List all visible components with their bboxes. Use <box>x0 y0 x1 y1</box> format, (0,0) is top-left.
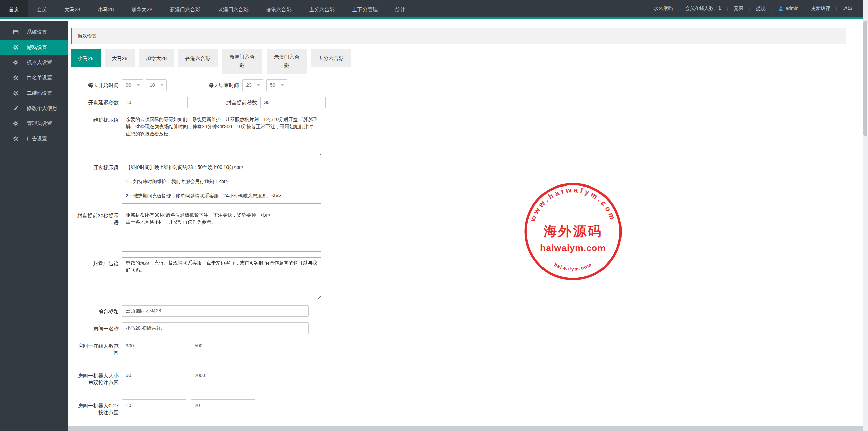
horizontal-scrollbar[interactable] <box>68 426 863 431</box>
recharge-link[interactable]: 充值 <box>734 5 743 12</box>
tab-hongkong[interactable]: 香港六合彩 <box>178 49 218 67</box>
room1-robot-027-label: 房间一机器人0-27投注范围 <box>75 402 119 416</box>
sidebar-item-edit-profile[interactable]: 修改个人信息 <box>0 101 68 116</box>
tab-canada28[interactable]: 加拿大28 <box>139 49 174 67</box>
end-time-label: 每天结束时间 <box>195 82 239 89</box>
online-count-status: 会员在线人数：1 <box>685 5 721 12</box>
room1-robot-bet-label: 房间一机器人大小单双投注范围 <box>75 372 119 386</box>
sidebar-item-label: 白名单设置 <box>27 75 52 81</box>
room1-robot-027-min-input[interactable] <box>122 399 186 411</box>
start-minute-select[interactable]: 10 <box>146 79 167 91</box>
room1-name-input[interactable] <box>122 322 309 334</box>
sidebar-item-label: 修改个人信息 <box>27 105 57 112</box>
front-title-input[interactable] <box>122 305 309 317</box>
seal-ahead-label: 封盘提前秒数 <box>213 99 257 106</box>
tab-old-macau[interactable]: 老澳门六合彩 <box>267 49 307 74</box>
gear-icon <box>13 75 19 81</box>
navbar-right: 永久活码 | 会员在线人数：1 | 充值 | 提现 | admin | 更新缓存… <box>654 0 868 17</box>
vertical-scrollbar[interactable] <box>863 0 868 431</box>
front-title-label: 前台标题 <box>75 308 119 315</box>
start-time-label: 每天开始时间 <box>75 82 119 89</box>
seal-ahead-input[interactable] <box>260 97 326 108</box>
main-menu: 首页 会员 大马28 小马28 加拿大28 新澳门六合彩 老澳门六合彩 香港六合… <box>0 0 414 17</box>
maintenance-tip-label: 维护提示语 <box>75 116 119 123</box>
nav-item-hongkong[interactable]: 香港六合彩 <box>257 0 300 17</box>
sidebar-item-label: 广告设置 <box>27 136 47 142</box>
withdraw-link[interactable]: 提现 <box>756 5 766 12</box>
panel-header: 游戏设置 <box>71 28 846 44</box>
divider: | <box>836 6 837 11</box>
start-hour-value: 00 <box>126 82 131 88</box>
nav-item-old-macau[interactable]: 老澳门六合彩 <box>209 0 257 17</box>
start-hour-select[interactable]: 00 <box>122 79 143 91</box>
sidebar-item-label: 游戏设置 <box>27 44 47 51</box>
nav-item-members[interactable]: 会员 <box>28 0 56 17</box>
open-delay-label: 开盘延迟秒数 <box>75 99 119 106</box>
sidebar-item-qrcode-settings[interactable]: 二维码设置 <box>0 85 68 101</box>
end-hour-value: 23 <box>246 82 252 88</box>
nav-item-wufen[interactable]: 五分六合彩 <box>300 0 343 17</box>
end-hour-select[interactable]: 23 <box>242 79 263 91</box>
gear-icon <box>13 44 19 50</box>
divider: | <box>749 6 750 11</box>
tab-wufen[interactable]: 五分六合彩 <box>311 49 351 67</box>
tab-new-macau[interactable]: 新澳门六合彩 <box>222 49 262 74</box>
seal-ad-textarea[interactable]: 尊敬的玩家，充值、提现请联系客服，点击左边客服，或首页客服.有合作意向的也可以与… <box>122 257 321 299</box>
refresh-cache-link[interactable]: 更新缓存 <box>811 5 830 12</box>
open-tip-textarea[interactable]: 【维护时间】晚上维护时间约23：50至晚上00:10分<br> 1：如特殊时间维… <box>122 162 321 204</box>
admin-user-menu[interactable]: admin <box>778 6 798 11</box>
room1-robot-bet-max-input[interactable] <box>191 370 255 381</box>
sidebar-item-game-settings[interactable]: 游戏设置 <box>0 40 68 55</box>
page-title: 游戏设置 <box>78 33 97 39</box>
sidebar-item-admin-settings[interactable]: 管理员设置 <box>0 116 68 131</box>
user-icon <box>778 6 783 11</box>
end-minute-value: 50 <box>270 82 275 88</box>
open-tip-label: 开盘提示语 <box>75 164 119 171</box>
open-delay-input[interactable] <box>122 97 188 108</box>
sidebar-item-robot-settings[interactable]: 机器人设置 <box>0 55 68 70</box>
perm-code-link[interactable]: 永久活码 <box>654 5 673 12</box>
room1-robot-027-max-input[interactable] <box>191 399 255 411</box>
gear-icon <box>13 90 19 96</box>
room1-online-min-input[interactable] <box>122 340 186 351</box>
pencil-icon <box>13 105 19 111</box>
chevron-down-icon <box>257 84 260 86</box>
vertical-scrollbar-thumb[interactable] <box>863 21 867 136</box>
chevron-down-icon <box>160 84 164 86</box>
chevron-down-icon <box>281 84 284 86</box>
seal30-tip-label: 封盘提前30秒提示语 <box>75 212 119 226</box>
chevron-down-icon <box>137 84 140 86</box>
room1-robot-bet-min-input[interactable] <box>122 370 186 381</box>
room1-online-label: 房间一在线人数范围 <box>75 342 119 356</box>
gear-icon <box>13 121 19 126</box>
sidebar-item-system-settings[interactable]: 系统设置 <box>0 24 68 40</box>
room1-online-max-input[interactable] <box>191 340 255 351</box>
nav-item-xiaoma28[interactable]: 小马28 <box>89 0 123 17</box>
gear-icon <box>13 136 19 142</box>
seal30-tip-textarea[interactable]: 距离封盘还有30秒,请各位老板抓紧下注。下注要快，姿势要帅！<br> 由于各地网… <box>122 210 321 252</box>
game-tabs: 小马28 大马28 加拿大28 香港六合彩 新澳门六合彩 老澳门六合彩 五分六合… <box>71 49 863 74</box>
maintenance-tip-textarea[interactable]: 亲爱的云顶国际的哥哥姐姐们！系统更新维护，让双眼放松片刻，12点10分后开盘，谢… <box>122 114 321 156</box>
sidebar-item-whitelist-settings[interactable]: 白名单设置 <box>0 70 68 85</box>
main-content: 游戏设置 小马28 大马28 加拿大28 香港六合彩 新澳门六合彩 老澳门六合彩… <box>68 21 863 431</box>
divider: | <box>771 6 772 11</box>
nav-item-score-manage[interactable]: 上下分管理 <box>343 0 387 17</box>
sidebar-item-ad-settings[interactable]: 广告设置 <box>0 131 68 146</box>
nav-item-canada28[interactable]: 加拿大28 <box>122 0 161 17</box>
top-navbar: 首页 会员 大马28 小马28 加拿大28 新澳门六合彩 老澳门六合彩 香港六合… <box>0 0 868 19</box>
tab-dama28[interactable]: 大马28 <box>105 49 135 67</box>
nav-item-dama28[interactable]: 大马28 <box>56 0 89 17</box>
room1-name-label: 房间一名称 <box>75 325 119 332</box>
start-minute-value: 10 <box>150 82 155 88</box>
tab-xiaoma28[interactable]: 小马28 <box>71 49 101 67</box>
seal-ad-label: 封盘广告语 <box>75 260 119 267</box>
end-minute-select[interactable]: 50 <box>266 79 287 91</box>
sidebar-item-label: 系统设置 <box>27 29 47 35</box>
divider: | <box>804 6 805 11</box>
nav-item-home[interactable]: 首页 <box>0 0 28 17</box>
nav-item-stats[interactable]: 统计 <box>387 0 414 17</box>
logout-link[interactable]: 退出 <box>843 5 852 12</box>
sidebar-item-label: 二维码设置 <box>27 90 52 96</box>
nav-item-new-macau[interactable]: 新澳门六合彩 <box>161 0 209 17</box>
sidebar-item-label: 机器人设置 <box>27 59 52 66</box>
